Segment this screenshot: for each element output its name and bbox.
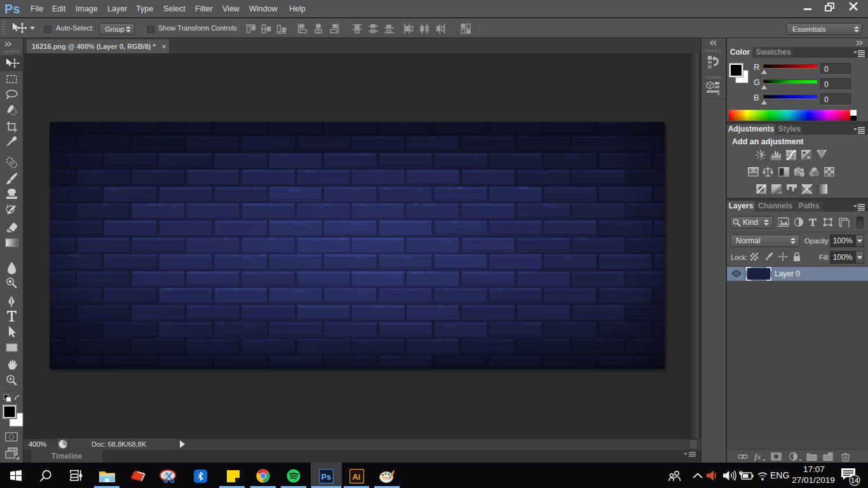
svg-text:Ai: Ai <box>353 473 361 482</box>
svg-text:fx: fx <box>754 452 761 461</box>
svg-text:Ps: Ps <box>322 473 331 482</box>
svg-text:14: 14 <box>851 477 858 484</box>
